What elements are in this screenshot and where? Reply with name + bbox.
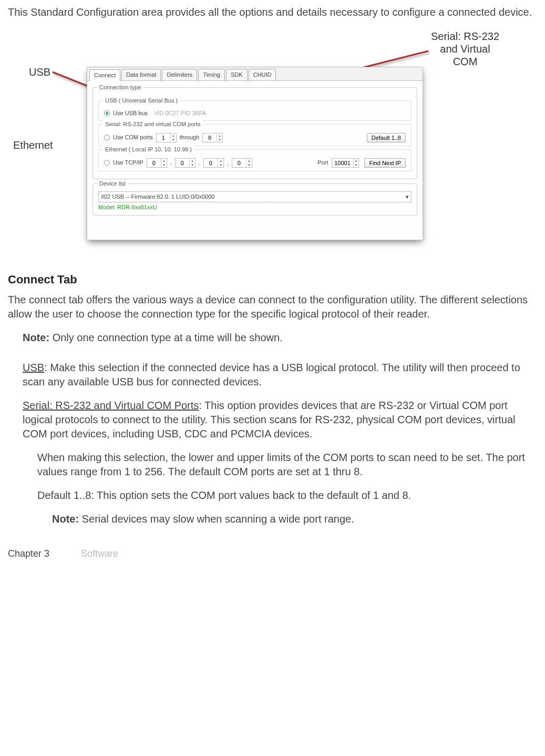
serial-subgroup-title: Serial: RS-232 and virtual COM ports [103, 120, 203, 128]
com-from-spinner[interactable]: ▲▼ [156, 133, 177, 142]
serial-radio-label: Use COM ports [113, 134, 153, 141]
tab-delimiters[interactable]: Delimiters [162, 69, 197, 80]
serial-paragraph: Serial: RS-232 and Virtual COM Ports: Th… [23, 399, 537, 441]
connection-type-group: Connection type USB ( Universal Serial B… [92, 87, 417, 179]
ip-octet-1-input[interactable] [147, 159, 161, 167]
footer-chapter: Chapter 3 [8, 547, 49, 560]
usb-subgroup: USB ( Universal Serial Bus ) Use USB bus… [98, 100, 412, 121]
serial-term: Serial: RS-232 and Virtual COM Ports [23, 400, 199, 411]
com-from-input[interactable] [157, 134, 170, 142]
chevron-down-icon: ▾ [406, 193, 409, 201]
through-label: through [180, 134, 199, 141]
callout-ethernet: Ethernet [13, 139, 53, 151]
ip-octet-2-input[interactable] [176, 159, 189, 167]
ip-octet-4-input[interactable] [232, 159, 246, 167]
find-next-ip-button[interactable]: Find Next IP [364, 158, 406, 168]
note-text: Only one connection type at a time will … [49, 332, 283, 343]
callout-usb: USB [29, 66, 50, 78]
ethernet-radio-label: Use TCP/IP [113, 159, 143, 167]
note-text: Serial devices may slow when scanning a … [79, 513, 354, 525]
ip-octet-1[interactable]: ▲▼ [147, 158, 167, 168]
dot: . [199, 159, 200, 167]
port-input[interactable] [332, 159, 353, 167]
page-footer: Chapter 3 Software [8, 547, 537, 560]
serial-subgroup: Serial: RS-232 and virtual COM ports Use… [98, 124, 412, 146]
serial-sub1: When making this selection, the lower an… [37, 451, 537, 479]
device-dropdown[interactable]: #02 USB -- Firmware:82.0. 1 LUID:0/0x000… [98, 191, 412, 202]
tab-data-format[interactable]: Data format [121, 69, 161, 80]
connection-type-label: Connection type [97, 84, 143, 91]
annotated-figure: USB Ethernet Serial: RS-232 and Virtual … [8, 40, 533, 240]
callout-serial-line2: and Virtual [440, 43, 490, 55]
device-list-group: Device list #02 USB -- Firmware:82.0. 1 … [92, 183, 417, 216]
usb-desc: : Make this selection if the connected d… [23, 362, 520, 387]
usb-term: USB [23, 362, 44, 373]
note-label: Note: [23, 332, 49, 343]
com-to-input[interactable] [203, 134, 217, 142]
dot: . [170, 159, 172, 167]
ethernet-subgroup: Ethernet ( Local IP 10. 10. 10.98 ) Use … [98, 149, 412, 171]
port-spinner[interactable]: ▲▼ [332, 158, 359, 168]
serial-sub2: Default 1..8: This option sets the COM p… [37, 488, 537, 503]
usb-subgroup-title: USB ( Universal Serial Bus ) [103, 97, 180, 105]
tab-sdk[interactable]: SDK [226, 69, 248, 80]
intro-text: This Standard Configuration area provide… [8, 5, 537, 19]
connect-tab-heading: Connect Tab [8, 272, 537, 288]
config-screenshot: Connect Data format Delimiters Timing SD… [87, 67, 423, 240]
tab-chuid[interactable]: CHUID [249, 69, 276, 80]
port-label: Port [317, 159, 328, 167]
serial-radio[interactable] [104, 135, 110, 140]
usb-radio-label: Use USB bus [113, 109, 148, 117]
callout-serial: Serial: RS-232 and Virtual COM [418, 30, 512, 68]
ip-octet-3[interactable]: ▲▼ [203, 158, 224, 168]
default-1-8-button[interactable]: Default 1..8 [367, 133, 406, 142]
ethernet-subgroup-title: Ethernet ( Local IP 10. 10. 10.98 ) [103, 146, 194, 154]
tab-timing[interactable]: Timing [198, 69, 225, 80]
tab-bar: Connect Data format Delimiters Timing SD… [87, 67, 423, 81]
connect-tab-paragraph: The connect tab offers the various ways … [8, 293, 537, 321]
dot: . [227, 159, 229, 167]
note-label: Note: [52, 513, 79, 525]
tab-connect[interactable]: Connect [89, 69, 120, 81]
usb-vid-pid: VID 0C27 PID 3BFA [154, 109, 206, 117]
note-two: Note: Serial devices may slow when scann… [52, 512, 537, 526]
com-to-spinner[interactable]: ▲▼ [202, 133, 223, 142]
ip-octet-2[interactable]: ▲▼ [175, 158, 196, 168]
callout-serial-line1: Serial: RS-232 [431, 30, 499, 42]
note-one: Note: Only one connection type at a time… [23, 331, 537, 345]
callout-serial-line3: COM [453, 56, 478, 67]
device-list-label: Device list [97, 180, 128, 188]
ip-octet-4[interactable]: ▲▼ [232, 158, 252, 168]
usb-radio[interactable] [104, 110, 110, 116]
usb-paragraph: USB: Make this selection if the connecte… [23, 361, 537, 389]
device-selected: #02 USB -- Firmware:82.0. 1 LUID:0/0x000… [101, 193, 214, 201]
footer-section: Software [81, 547, 118, 560]
device-model: Model: RDR-8xx81xxU [98, 203, 412, 211]
ethernet-radio[interactable] [104, 160, 110, 166]
ip-octet-3-input[interactable] [204, 159, 218, 167]
